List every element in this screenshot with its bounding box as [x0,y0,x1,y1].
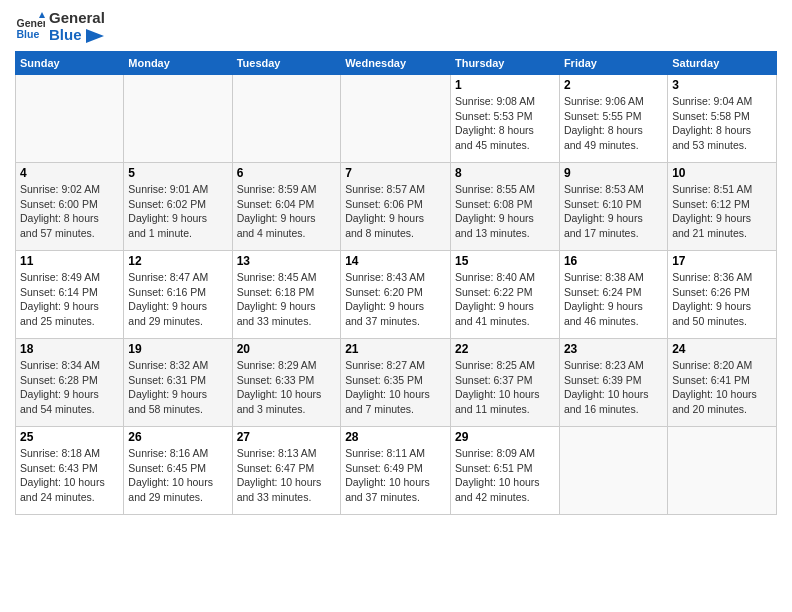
day-info: Sunrise: 8:29 AM Sunset: 6:33 PM Dayligh… [237,358,337,417]
calendar-cell: 8Sunrise: 8:55 AM Sunset: 6:08 PM Daylig… [450,163,559,251]
day-info: Sunrise: 8:57 AM Sunset: 6:06 PM Dayligh… [345,182,446,241]
day-info: Sunrise: 8:23 AM Sunset: 6:39 PM Dayligh… [564,358,663,417]
day-number: 10 [672,166,772,180]
svg-marker-2 [39,12,45,18]
day-info: Sunrise: 8:36 AM Sunset: 6:26 PM Dayligh… [672,270,772,329]
day-info: Sunrise: 8:18 AM Sunset: 6:43 PM Dayligh… [20,446,119,505]
calendar-cell: 29Sunrise: 8:09 AM Sunset: 6:51 PM Dayli… [450,427,559,515]
week-row-3: 11Sunrise: 8:49 AM Sunset: 6:14 PM Dayli… [16,251,777,339]
day-number: 20 [237,342,337,356]
day-number: 25 [20,430,119,444]
day-number: 21 [345,342,446,356]
col-header-wednesday: Wednesday [341,52,451,75]
svg-marker-3 [86,29,104,43]
calendar-cell: 5Sunrise: 9:01 AM Sunset: 6:02 PM Daylig… [124,163,232,251]
calendar-cell: 21Sunrise: 8:27 AM Sunset: 6:35 PM Dayli… [341,339,451,427]
calendar-cell [341,75,451,163]
day-info: Sunrise: 9:04 AM Sunset: 5:58 PM Dayligh… [672,94,772,153]
day-info: Sunrise: 8:25 AM Sunset: 6:37 PM Dayligh… [455,358,555,417]
calendar-cell [232,75,341,163]
day-number: 13 [237,254,337,268]
day-info: Sunrise: 8:16 AM Sunset: 6:45 PM Dayligh… [128,446,227,505]
day-info: Sunrise: 8:45 AM Sunset: 6:18 PM Dayligh… [237,270,337,329]
day-number: 8 [455,166,555,180]
day-number: 3 [672,78,772,92]
day-number: 9 [564,166,663,180]
day-info: Sunrise: 8:09 AM Sunset: 6:51 PM Dayligh… [455,446,555,505]
logo-icon: General Blue [15,12,45,42]
day-number: 18 [20,342,119,356]
day-info: Sunrise: 8:27 AM Sunset: 6:35 PM Dayligh… [345,358,446,417]
calendar-cell: 9Sunrise: 8:53 AM Sunset: 6:10 PM Daylig… [559,163,667,251]
day-number: 4 [20,166,119,180]
day-number: 19 [128,342,227,356]
day-number: 1 [455,78,555,92]
calendar-cell: 23Sunrise: 8:23 AM Sunset: 6:39 PM Dayli… [559,339,667,427]
calendar-cell: 27Sunrise: 8:13 AM Sunset: 6:47 PM Dayli… [232,427,341,515]
col-header-thursday: Thursday [450,52,559,75]
logo: General Blue General Blue [15,10,105,43]
day-info: Sunrise: 9:06 AM Sunset: 5:55 PM Dayligh… [564,94,663,153]
calendar-cell: 19Sunrise: 8:32 AM Sunset: 6:31 PM Dayli… [124,339,232,427]
day-number: 29 [455,430,555,444]
calendar-cell: 15Sunrise: 8:40 AM Sunset: 6:22 PM Dayli… [450,251,559,339]
day-info: Sunrise: 9:01 AM Sunset: 6:02 PM Dayligh… [128,182,227,241]
calendar-cell [668,427,777,515]
calendar-cell: 25Sunrise: 8:18 AM Sunset: 6:43 PM Dayli… [16,427,124,515]
logo-arrow [86,29,104,43]
logo-blue: Blue [49,27,105,44]
header-row: SundayMondayTuesdayWednesdayThursdayFrid… [16,52,777,75]
calendar-cell: 18Sunrise: 8:34 AM Sunset: 6:28 PM Dayli… [16,339,124,427]
col-header-tuesday: Tuesday [232,52,341,75]
day-number: 7 [345,166,446,180]
calendar-cell: 11Sunrise: 8:49 AM Sunset: 6:14 PM Dayli… [16,251,124,339]
day-number: 26 [128,430,227,444]
day-info: Sunrise: 8:47 AM Sunset: 6:16 PM Dayligh… [128,270,227,329]
day-number: 6 [237,166,337,180]
week-row-2: 4Sunrise: 9:02 AM Sunset: 6:00 PM Daylig… [16,163,777,251]
day-number: 24 [672,342,772,356]
day-info: Sunrise: 8:51 AM Sunset: 6:12 PM Dayligh… [672,182,772,241]
day-number: 27 [237,430,337,444]
calendar-cell: 2Sunrise: 9:06 AM Sunset: 5:55 PM Daylig… [559,75,667,163]
calendar-cell [124,75,232,163]
week-row-5: 25Sunrise: 8:18 AM Sunset: 6:43 PM Dayli… [16,427,777,515]
day-number: 28 [345,430,446,444]
svg-text:Blue: Blue [17,27,40,39]
day-number: 11 [20,254,119,268]
day-info: Sunrise: 8:59 AM Sunset: 6:04 PM Dayligh… [237,182,337,241]
calendar-cell: 4Sunrise: 9:02 AM Sunset: 6:00 PM Daylig… [16,163,124,251]
calendar-cell: 12Sunrise: 8:47 AM Sunset: 6:16 PM Dayli… [124,251,232,339]
day-info: Sunrise: 8:34 AM Sunset: 6:28 PM Dayligh… [20,358,119,417]
header: General Blue General Blue [15,10,777,43]
day-info: Sunrise: 8:55 AM Sunset: 6:08 PM Dayligh… [455,182,555,241]
day-info: Sunrise: 8:32 AM Sunset: 6:31 PM Dayligh… [128,358,227,417]
day-info: Sunrise: 8:13 AM Sunset: 6:47 PM Dayligh… [237,446,337,505]
week-row-4: 18Sunrise: 8:34 AM Sunset: 6:28 PM Dayli… [16,339,777,427]
calendar-cell: 17Sunrise: 8:36 AM Sunset: 6:26 PM Dayli… [668,251,777,339]
calendar-cell: 13Sunrise: 8:45 AM Sunset: 6:18 PM Dayli… [232,251,341,339]
col-header-monday: Monday [124,52,232,75]
day-info: Sunrise: 8:49 AM Sunset: 6:14 PM Dayligh… [20,270,119,329]
day-number: 12 [128,254,227,268]
day-info: Sunrise: 9:08 AM Sunset: 5:53 PM Dayligh… [455,94,555,153]
calendar-cell: 24Sunrise: 8:20 AM Sunset: 6:41 PM Dayli… [668,339,777,427]
calendar-cell: 3Sunrise: 9:04 AM Sunset: 5:58 PM Daylig… [668,75,777,163]
calendar-cell: 6Sunrise: 8:59 AM Sunset: 6:04 PM Daylig… [232,163,341,251]
day-info: Sunrise: 8:11 AM Sunset: 6:49 PM Dayligh… [345,446,446,505]
day-number: 17 [672,254,772,268]
day-info: Sunrise: 8:38 AM Sunset: 6:24 PM Dayligh… [564,270,663,329]
day-number: 14 [345,254,446,268]
day-info: Sunrise: 8:53 AM Sunset: 6:10 PM Dayligh… [564,182,663,241]
calendar-cell: 1Sunrise: 9:08 AM Sunset: 5:53 PM Daylig… [450,75,559,163]
logo-general: General [49,10,105,27]
calendar-cell: 22Sunrise: 8:25 AM Sunset: 6:37 PM Dayli… [450,339,559,427]
calendar-cell: 28Sunrise: 8:11 AM Sunset: 6:49 PM Dayli… [341,427,451,515]
calendar-cell: 16Sunrise: 8:38 AM Sunset: 6:24 PM Dayli… [559,251,667,339]
day-number: 15 [455,254,555,268]
week-row-1: 1Sunrise: 9:08 AM Sunset: 5:53 PM Daylig… [16,75,777,163]
calendar-cell [559,427,667,515]
col-header-sunday: Sunday [16,52,124,75]
day-info: Sunrise: 8:40 AM Sunset: 6:22 PM Dayligh… [455,270,555,329]
day-number: 23 [564,342,663,356]
